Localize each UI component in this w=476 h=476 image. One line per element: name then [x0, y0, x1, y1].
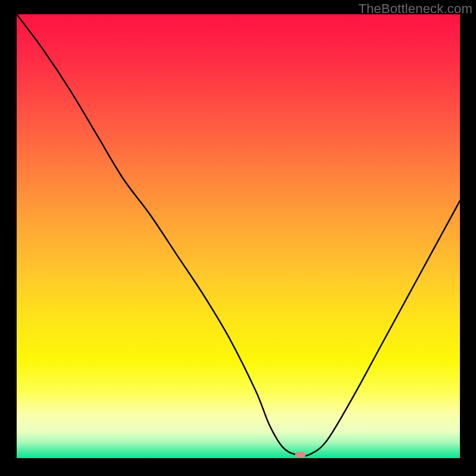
bottleneck-plot: [17, 14, 460, 458]
optimal-marker: [295, 452, 306, 458]
watermark-text: TheBottleneck.com: [358, 1, 472, 17]
gradient-background: [17, 14, 460, 458]
